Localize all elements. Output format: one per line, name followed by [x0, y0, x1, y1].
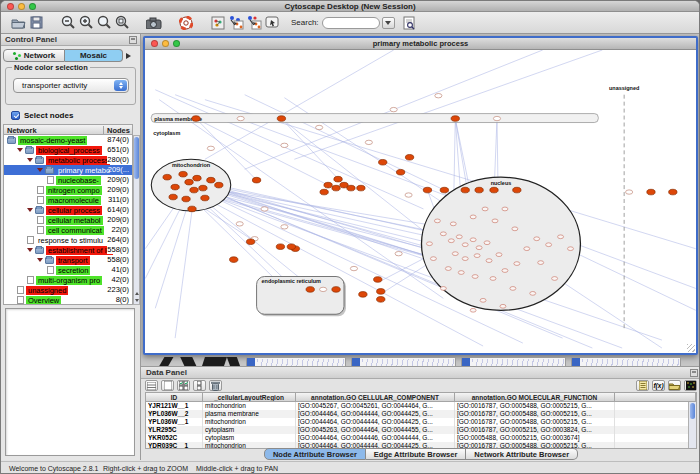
open-folder-icon[interactable]	[9, 14, 27, 32]
graph-node-selected[interactable]	[320, 189, 328, 195]
tree-scrollbar-arrows[interactable]	[134, 290, 139, 304]
graph-node-selected[interactable]	[188, 206, 196, 212]
graph-node-selected[interactable]	[252, 177, 260, 183]
graph-node-selected[interactable]	[647, 189, 655, 195]
new-attribute-icon[interactable]	[161, 380, 174, 391]
graph-node[interactable]	[493, 116, 500, 120]
graph-node[interactable]	[207, 146, 214, 150]
table-scrollbar[interactable]	[688, 402, 696, 449]
graph-node[interactable]	[474, 254, 480, 258]
graph-node-selected[interactable]	[287, 244, 295, 250]
attribute-table-icon[interactable]	[145, 380, 158, 391]
annotation-select-icon[interactable]	[263, 14, 281, 32]
expander-icon[interactable]	[27, 248, 33, 252]
graph-node-selected[interactable]	[179, 171, 187, 177]
export-network-icon[interactable]	[245, 14, 263, 32]
graph-node[interactable]	[281, 225, 288, 229]
graph-node-selected[interactable]	[490, 187, 498, 193]
column-header[interactable]: annotation.GO CELLULAR_COMPONENT	[296, 393, 455, 401]
graph-node-selected[interactable]	[374, 277, 382, 283]
zoom-out-icon[interactable]	[59, 14, 77, 32]
graph-node-selected[interactable]	[461, 187, 469, 193]
graph-node[interactable]	[496, 253, 502, 257]
graph-node[interactable]	[470, 308, 476, 312]
graph-node[interactable]	[480, 298, 486, 302]
tree-row[interactable]: metabolic process280(0)	[4, 155, 132, 165]
graph-node[interactable]	[435, 94, 442, 98]
graph-node[interactable]	[552, 277, 558, 281]
network-graph[interactable]: plasma membrane cytoplasm mitochondrion …	[145, 50, 696, 353]
graph-node[interactable]	[440, 232, 446, 236]
graph-node[interactable]	[237, 116, 244, 120]
graph-node[interactable]	[534, 237, 540, 241]
search-options-icon[interactable]	[401, 14, 419, 32]
zoom-selected-icon[interactable]	[113, 14, 131, 32]
import-attributes-folder-icon[interactable]	[668, 380, 681, 391]
column-header[interactable]: ID	[146, 393, 203, 401]
tab-network-attribute-browser[interactable]: Network Attribute Browser	[466, 448, 578, 460]
graph-node-selected[interactable]	[332, 287, 340, 293]
graph-node-selected[interactable]	[669, 189, 677, 195]
tree-row[interactable]: nitrogen compo209(0)	[4, 185, 132, 195]
column-header[interactable]: _cellularLayoutRegion	[203, 393, 296, 401]
minimized-network-frame[interactable]	[461, 357, 566, 366]
expander-icon[interactable]	[37, 168, 43, 172]
tree-row[interactable]: cellular metabol209(0)	[4, 215, 132, 225]
tree-row[interactable]: multi-organism pro42(0)	[4, 275, 132, 285]
zoom-in-icon[interactable]	[77, 14, 95, 32]
tab-overflow-button[interactable]	[126, 50, 135, 61]
tree-row[interactable]: secretion41(0)	[4, 265, 132, 275]
graph-node[interactable]	[426, 242, 432, 246]
graph-node[interactable]	[450, 222, 456, 226]
matrix-view-icon[interactable]	[684, 380, 697, 391]
graph-node[interactable]	[456, 235, 462, 239]
graph-node[interactable]	[316, 125, 323, 129]
table-row[interactable]: YPL036W__2plasma membrane[GO:0044464, GO…	[146, 410, 696, 418]
graph-node[interactable]	[484, 241, 490, 245]
expander-icon[interactable]	[37, 258, 43, 262]
graph-node-selected[interactable]	[451, 116, 459, 122]
tree-scrollbar[interactable]	[133, 135, 140, 305]
float-panel-icon[interactable]	[690, 369, 698, 377]
graph-node[interactable]	[470, 215, 476, 219]
graph-node-selected[interactable]	[169, 194, 177, 200]
tree-row[interactable]: nucleobase-209(0)	[4, 175, 132, 185]
graph-node-selected[interactable]	[215, 182, 223, 188]
graph-node[interactable]	[546, 243, 552, 247]
table-row[interactable]: YKR052Ccytoplasm[GO:0044464, GO:0044446,…	[146, 434, 696, 442]
graph-node[interactable]	[502, 269, 508, 273]
tree-row[interactable]: establishment of lo558(0)	[4, 245, 132, 255]
minimized-network-frame[interactable]	[571, 357, 681, 366]
graph-node[interactable]	[350, 266, 357, 270]
graph-node[interactable]	[492, 219, 498, 223]
tree-row[interactable]: biological_process651(0)	[4, 145, 132, 155]
select-attributes-icon[interactable]	[177, 380, 190, 391]
table-scrollbar-thumb[interactable]	[690, 403, 695, 419]
graph-node[interactable]	[440, 287, 446, 291]
save-icon[interactable]	[27, 14, 45, 32]
graph-node-selected[interactable]	[185, 179, 193, 185]
help-lifesaver-icon[interactable]	[177, 14, 195, 32]
minimized-network-frame[interactable]	[246, 357, 346, 366]
expander-icon[interactable]	[27, 158, 33, 162]
tab-network[interactable]: Network	[3, 49, 65, 62]
graph-node[interactable]	[430, 257, 436, 261]
graph-node[interactable]	[490, 277, 496, 281]
graph-node-selected[interactable]	[182, 196, 190, 202]
graph-node-selected[interactable]	[324, 182, 332, 188]
graph-node-selected[interactable]	[347, 185, 355, 191]
graph-node-selected[interactable]	[475, 187, 483, 193]
graph-node[interactable]	[472, 275, 478, 279]
tree-row[interactable]: response to stimulu264(0)	[4, 235, 132, 245]
graph-node[interactable]	[445, 267, 451, 271]
table-row[interactable]: YLR295Ccytoplasm[GO:0045263, GO:0044464,…	[146, 426, 696, 434]
graph-node-selected[interactable]	[377, 297, 385, 303]
graph-node-selected[interactable]	[334, 176, 342, 182]
tree-scrollbar-thumb[interactable]	[134, 137, 139, 179]
tree-row[interactable]: macromolecule311(0)	[4, 195, 132, 205]
tree-row[interactable]: primary metabo209(...	[4, 165, 132, 175]
graph-node-selected[interactable]	[199, 185, 207, 191]
import-network-icon[interactable]	[227, 14, 245, 32]
graph-node[interactable]	[470, 238, 476, 242]
tab-mosaic[interactable]: Mosaic	[65, 49, 123, 62]
